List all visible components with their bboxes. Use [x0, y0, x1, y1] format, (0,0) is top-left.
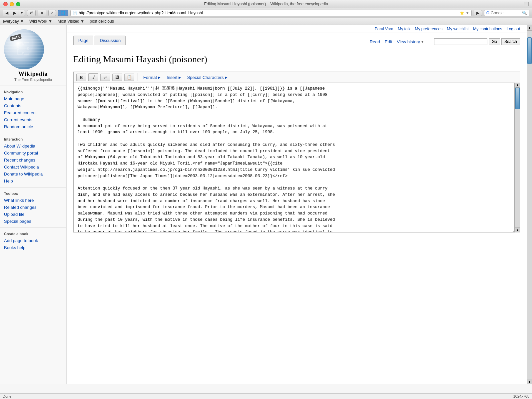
page-scroll-thumb[interactable]	[527, 37, 532, 64]
sidebar-item-help[interactable]: Help	[0, 178, 66, 185]
book-title: Create a book	[0, 230, 66, 237]
edit-area-wrapper: {{nihongo|'''Masumi Hayashi'''|林 真須美|Hay…	[73, 83, 520, 233]
image-btn[interactable]: 🖼	[112, 74, 122, 81]
italic-btn[interactable]: 𝘐	[88, 73, 98, 81]
sidebar-item-current-events[interactable]: Current events	[0, 116, 66, 123]
sidebar-item-donate[interactable]: Donate to Wikipedia	[0, 171, 66, 178]
menu-everyday[interactable]: everyday ▼	[3, 19, 24, 24]
page-scrollbar[interactable]: ▲ ▼	[527, 25, 532, 384]
search-icon[interactable]: 🔍	[522, 11, 527, 15]
sidebar-item-about[interactable]: About Wikipedia	[0, 143, 66, 150]
window-controls[interactable]	[3, 2, 20, 6]
google-logo: G	[486, 11, 489, 15]
log-out-link[interactable]: Log out	[507, 27, 520, 31]
sidebar-item-special-pages[interactable]: Special pages	[0, 218, 66, 225]
window-size: 1024x768	[513, 394, 529, 398]
stop-button[interactable]: ✕	[38, 10, 46, 16]
format-menu[interactable]: Format ▶	[141, 74, 163, 81]
back-button[interactable]: ◀	[3, 10, 11, 16]
my-contributions-link[interactable]: My contributions	[473, 27, 502, 31]
browser-search-input[interactable]	[491, 11, 521, 15]
sidebar-logo: BETA Wikipedia The Free Encyclopedia	[0, 25, 66, 86]
view-history-arrow[interactable]: ▼	[421, 40, 424, 44]
close-button[interactable]	[3, 2, 8, 6]
page-icon: 📄	[73, 11, 77, 15]
sidebar-item-recent-changes[interactable]: Recent changes	[0, 157, 66, 164]
wiki-search-box: Go Search	[434, 38, 520, 45]
sidebar-item-books-help[interactable]: Books help	[0, 244, 66, 251]
nav-dropdown[interactable]: ▼	[19, 10, 25, 16]
book-section: Create a book Add page to book Books hel…	[0, 228, 66, 254]
page-scroll-down[interactable]: ▼	[527, 379, 532, 384]
sidebar-item-related-changes[interactable]: Related changes	[0, 204, 66, 211]
url-bar[interactable]: 📄 ⭐ ▼	[70, 10, 471, 16]
wikipedia-wordmark: Wikipedia	[4, 71, 62, 78]
status-bar: Done 1024x768	[0, 393, 532, 399]
format-arrow: ▶	[158, 76, 161, 79]
browser-title: Editing Masumi Hayashi (poisoner) – Wiki…	[204, 2, 328, 6]
my-talk-link[interactable]: My talk	[398, 27, 410, 31]
wiki-search-input[interactable]	[434, 38, 487, 45]
insert-arrow: ▶	[179, 76, 181, 79]
url-input[interactable]	[79, 11, 458, 15]
sidebar-item-add-page[interactable]: Add page to book	[0, 237, 66, 244]
search-button[interactable]: Search	[501, 38, 520, 45]
browser-search-bar[interactable]: G 🔍	[484, 10, 529, 16]
toolbox-title: Toolbox	[0, 190, 66, 197]
scroll-up-arrow: ▲	[515, 83, 520, 88]
toolbox-section: Toolbox What links here Related changes …	[0, 188, 66, 228]
sidebar: BETA Wikipedia The Free Encyclopedia Nav…	[0, 25, 67, 384]
my-preferences-link[interactable]: My preferences	[415, 27, 443, 31]
textarea-scrollbar: ▲ ▼	[515, 83, 520, 232]
tab-view-history[interactable]: View history ▼	[397, 39, 424, 44]
menu-wiki-work[interactable]: Wiki Work ▼	[29, 19, 52, 24]
template-btn[interactable]: 📋	[124, 74, 134, 81]
maximize-button[interactable]	[16, 2, 20, 6]
menu-bar: everyday ▼ Wiki Work ▼ Most Visited ▼ po…	[0, 18, 532, 25]
link-btn[interactable]: ⇌	[100, 74, 110, 81]
page-title: Editing Masumi Hayashi (poisoner)	[73, 49, 520, 68]
browser-icon[interactable]: 🌐	[58, 10, 68, 16]
sidebar-item-upload[interactable]: Upload file	[0, 211, 66, 218]
url-dropdown[interactable]: ▼	[466, 11, 469, 15]
menu-most-visited[interactable]: Most Visited ▼	[58, 19, 84, 24]
browser-toolbar: ◀ ▶ ▼ ↺ ✕ ⌂ 🌐 📄 ⭐ ▼ ▶ G 🔍	[0, 8, 532, 18]
menu-post-delicious[interactable]: post delicious	[90, 19, 114, 24]
sidebar-item-contents[interactable]: Contents	[0, 102, 66, 109]
sidebar-item-main-page[interactable]: Main page	[0, 95, 66, 102]
refresh-button[interactable]: ↺	[27, 10, 36, 16]
my-watchlist-link[interactable]: My watchlist	[447, 27, 469, 31]
tab-page[interactable]: Page	[73, 36, 93, 45]
resize-icon[interactable]	[524, 2, 529, 6]
scroll-down-arrow: ▼	[515, 227, 520, 232]
edit-textarea[interactable]: {{nihongo|'''Masumi Hayashi'''|林 真須美|Hay…	[73, 83, 515, 232]
format-label: Format	[143, 75, 157, 80]
sidebar-item-community[interactable]: Community portal	[0, 150, 66, 157]
tab-edit[interactable]: Edit	[385, 39, 392, 44]
interaction-title: Interaction	[0, 136, 66, 143]
go-button[interactable]: Go	[489, 38, 500, 45]
special-chars-arrow: ▶	[225, 76, 228, 79]
tabs-area: Page Discussion Read Edit View history ▼…	[73, 33, 520, 45]
sidebar-item-random-article[interactable]: Random article	[0, 123, 66, 130]
sidebar-item-contact[interactable]: Contact Wikipedia	[0, 164, 66, 171]
tab-actions: Read Edit View history ▼ Go Search	[370, 38, 520, 45]
back-forward-group: ◀ ▶ ▼	[3, 10, 25, 16]
home-button[interactable]: ⌂	[48, 10, 56, 16]
special-chars-menu[interactable]: Special Characters ▶	[185, 74, 230, 81]
forward-button[interactable]: ▶	[11, 10, 19, 16]
username-link[interactable]: Parul Vora	[375, 27, 393, 31]
tab-read[interactable]: Read	[370, 39, 380, 44]
minimize-button[interactable]	[10, 2, 14, 6]
insert-label: Insert	[167, 75, 178, 80]
user-bar: Parul Vora My talk My preferences My wat…	[67, 25, 527, 33]
go-button[interactable]: ▶	[474, 10, 482, 16]
navigation-section: Navigation Main page Contents Featured c…	[0, 86, 66, 133]
sidebar-item-what-links[interactable]: What links here	[0, 197, 66, 204]
insert-menu[interactable]: Insert ▶	[165, 74, 183, 81]
scroll-thumb	[515, 88, 520, 109]
sidebar-item-featured-content[interactable]: Featured content	[0, 109, 66, 116]
bold-btn[interactable]: 𝗕	[76, 74, 86, 81]
tab-discussion[interactable]: Discussion	[95, 36, 126, 45]
page-scroll-up[interactable]: ▲	[527, 25, 532, 31]
